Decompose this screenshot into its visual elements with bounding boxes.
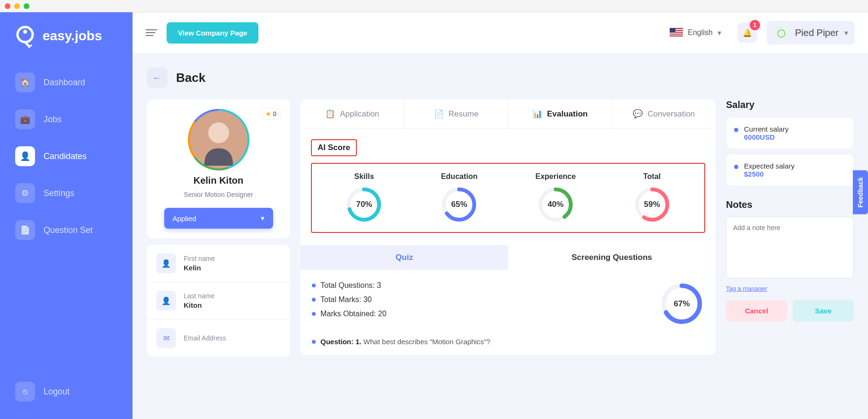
salary-value: 6000USD <box>744 133 788 141</box>
status-dropdown[interactable]: Applied ▾ <box>164 208 273 229</box>
detail-label: Email Address <box>184 334 226 342</box>
candidate-avatar <box>190 111 248 169</box>
metric-gauge: 65% <box>440 186 478 223</box>
person-icon: 👤 <box>156 253 176 273</box>
metric-gauge: 40% <box>537 186 575 223</box>
ai-metric-skills: Skills 70% <box>345 172 383 223</box>
metric-value: 65% <box>440 186 478 223</box>
file-icon: 📄 <box>434 109 444 119</box>
metric-label: Experience <box>535 172 576 181</box>
candidate-avatar-ring <box>188 109 249 170</box>
candidate-name: Kelin Kiton <box>194 175 244 186</box>
logout-button[interactable]: ⎋ Logout <box>9 376 124 407</box>
chart-icon: 📊 <box>532 109 542 119</box>
bullet-icon <box>734 165 738 169</box>
star-rating[interactable]: ★ 0 <box>260 108 282 120</box>
sidebar-item-label: Settings <box>44 188 74 198</box>
language-selector[interactable]: English ▾ <box>663 24 727 41</box>
sidebar-item-questionset[interactable]: 📄 Question Set <box>9 214 124 246</box>
candidate-details-card: 👤 First name Kelin 👤 Last name Kiton <box>147 245 290 357</box>
ai-metrics: Skills 70% Education 65% Experience 40% … <box>311 163 705 233</box>
logout-label: Logout <box>44 387 70 397</box>
mail-icon: ✉ <box>156 328 176 348</box>
salary-section: Salary Current salary 6000USD Expected <box>726 99 854 191</box>
candidate-tabs-card: 📋Application 📄Resume 📊Evaluation 💬Conver… <box>301 99 716 355</box>
salary-label: Expected salary <box>744 162 795 170</box>
candidate-title: Senior Motion Designer <box>184 191 253 198</box>
detail-value: Kiton <box>184 301 214 309</box>
detail-row-firstname: 👤 First name Kelin <box>147 245 290 282</box>
window-close[interactable] <box>5 3 10 9</box>
chevron-down-icon: ▾ <box>261 214 265 223</box>
chevron-down-icon: ▾ <box>717 28 721 37</box>
view-company-button[interactable]: View Company Page <box>167 22 258 44</box>
metric-value: 70% <box>345 186 383 223</box>
note-textarea[interactable] <box>726 217 854 278</box>
sidebar-item-settings[interactable]: ⚙ Settings <box>9 178 124 209</box>
sidebar-item-dashboard[interactable]: 🏠 Dashboard <box>9 67 124 98</box>
svg-point-2 <box>30 45 32 46</box>
document-icon: 📄 <box>15 220 35 240</box>
ai-metric-education: Education 65% <box>440 172 478 223</box>
metric-label: Total <box>643 172 661 181</box>
quiz-score-text: 67% <box>659 281 704 326</box>
detail-value: Kelin <box>184 264 215 272</box>
sidebar-item-jobs[interactable]: 💼 Jobs <box>9 104 124 135</box>
salary-heading: Salary <box>726 99 854 110</box>
sidebar-item-label: Jobs <box>44 115 62 125</box>
salary-value: $2500 <box>744 170 795 178</box>
star-count: 0 <box>273 110 276 117</box>
subtab-screening[interactable]: Screening Questions <box>508 245 716 270</box>
gear-icon: ⚙ <box>15 183 35 203</box>
bullet-icon <box>734 128 738 132</box>
save-button[interactable]: Save <box>793 300 854 321</box>
window-max[interactable] <box>24 3 29 9</box>
star-icon: ★ <box>266 110 271 117</box>
menu-toggle[interactable] <box>146 29 157 36</box>
notes-heading: Notes <box>726 199 854 210</box>
subtab-quiz[interactable]: Quiz <box>301 245 508 270</box>
tab-conversation[interactable]: 💬Conversation <box>612 99 716 128</box>
bell-icon: 🔔 <box>743 28 752 37</box>
ai-metric-experience: Experience 40% <box>535 172 576 223</box>
ai-metric-total: Total 59% <box>633 172 671 223</box>
tab-evaluation[interactable]: 📊Evaluation <box>508 99 612 128</box>
quiz-stat: Total Questions: 3 <box>312 281 645 290</box>
metric-value: 59% <box>633 186 671 223</box>
metric-gauge: 59% <box>633 186 671 223</box>
quiz-stat: Total Marks: 30 <box>312 295 645 304</box>
document-icon: 📋 <box>325 109 335 119</box>
sidebar: easy.jobs 🏠 Dashboard 💼 Jobs 👤 Candidate… <box>0 12 133 419</box>
company-selector[interactable]: ◯ Pied Piper ▾ <box>767 21 855 45</box>
metric-gauge: 70% <box>345 186 383 223</box>
back-button[interactable]: ← <box>147 67 168 88</box>
page-title: Back <box>176 71 205 85</box>
salary-expected: Expected salary $2500 <box>726 154 854 186</box>
tag-manager-link[interactable]: Tag a manager <box>726 285 767 292</box>
notification-badge: 1 <box>750 20 760 30</box>
tab-application[interactable]: 📋Application <box>301 99 405 128</box>
notifications-button[interactable]: 🔔 1 <box>737 23 757 43</box>
logout-icon: ⎋ <box>15 382 35 401</box>
window-min[interactable] <box>14 3 20 9</box>
detail-row-lastname: 👤 Last name Kiton <box>147 282 290 320</box>
flag-icon <box>670 28 683 37</box>
notes-section: Notes Tag a manager Cancel Save <box>726 199 854 321</box>
person-icon: 👤 <box>156 291 176 311</box>
sidebar-item-candidates[interactable]: 👤 Candidates <box>9 141 124 172</box>
feedback-button[interactable]: Feedback <box>853 170 868 214</box>
brand-logo: easy.jobs <box>9 24 124 48</box>
company-avatar-icon: ◯ <box>773 25 789 41</box>
briefcase-icon: 💼 <box>15 109 35 129</box>
detail-label: Last name <box>184 292 214 300</box>
language-label: English <box>688 28 712 37</box>
sidebar-item-label: Question Set <box>44 225 93 235</box>
candidate-profile-card: ★ 0 Kelin Kiton Senior Motion Designer A… <box>147 99 290 238</box>
user-icon: 👤 <box>15 146 35 166</box>
cancel-button[interactable]: Cancel <box>726 300 787 321</box>
tab-resume[interactable]: 📄Resume <box>405 99 509 128</box>
brand-text: easy.jobs <box>43 28 102 44</box>
status-label: Applied <box>173 214 196 223</box>
chat-icon: 💬 <box>633 109 643 119</box>
metric-label: Skills <box>354 172 374 181</box>
